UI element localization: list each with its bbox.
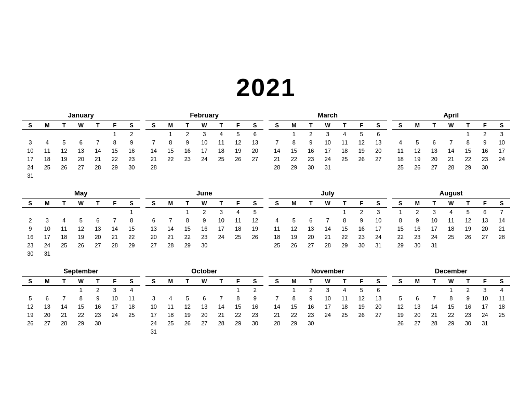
day-cell: 21 xyxy=(213,311,230,319)
day-cell: 12 xyxy=(460,216,477,225)
day-cell: 13 xyxy=(196,302,213,311)
day-header: S xyxy=(370,277,387,286)
week-row: 123 xyxy=(269,208,387,217)
week-row: 23242526272829 xyxy=(22,241,140,249)
day-cell: 13 xyxy=(89,225,107,233)
day-header: S xyxy=(145,121,163,130)
day-cell: 24 xyxy=(196,155,213,163)
day-cell: 5 xyxy=(353,130,370,139)
day-cell: 9 xyxy=(89,294,107,302)
month-name: February xyxy=(145,111,264,119)
week-row: 9101112131415 xyxy=(22,225,140,233)
day-cell: 12 xyxy=(230,138,247,147)
day-cell: 25 xyxy=(230,233,247,241)
day-cell: 22 xyxy=(73,311,90,319)
day-cell: 24 xyxy=(107,311,124,319)
day-cell: 22 xyxy=(336,233,353,241)
day-header: S xyxy=(145,199,163,208)
day-cell: 18 xyxy=(494,302,511,311)
day-cell xyxy=(162,208,179,217)
week-row: 16171819202122 xyxy=(22,233,140,241)
day-cell: 11 xyxy=(39,147,56,155)
day-cell: 7 xyxy=(443,138,460,147)
month-name: April xyxy=(392,111,511,119)
day-cell: 3 xyxy=(320,286,337,295)
day-cell: 4 xyxy=(269,216,286,225)
day-cell: 21 xyxy=(269,311,286,319)
day-cell xyxy=(39,208,56,217)
day-cell: 7 xyxy=(426,294,443,302)
day-cell: 30 xyxy=(22,249,39,258)
day-cell: 13 xyxy=(370,138,387,147)
day-cell: 10 xyxy=(370,216,387,225)
week-row: 282930 xyxy=(269,319,387,327)
day-cell: 5 xyxy=(56,138,73,147)
day-cell: 23 xyxy=(179,155,196,163)
day-cell: 20 xyxy=(73,155,90,163)
day-cell: 23 xyxy=(302,155,320,163)
day-header: S xyxy=(22,199,39,208)
day-cell: 31 xyxy=(320,163,337,171)
week-row: 252627282930 xyxy=(392,163,511,171)
day-cell: 16 xyxy=(247,302,264,311)
day-header: W xyxy=(196,199,213,208)
day-cell xyxy=(73,208,90,217)
day-cell: 23 xyxy=(196,233,213,241)
day-cell: 19 xyxy=(392,311,409,319)
month-table: SMTWTFS123456789101112131415161718192021… xyxy=(145,121,264,171)
day-cell: 5 xyxy=(460,208,477,217)
day-header: F xyxy=(107,199,124,208)
day-cell xyxy=(370,163,387,171)
day-cell: 22 xyxy=(230,311,247,319)
day-header: T xyxy=(179,199,196,208)
day-cell: 4 xyxy=(230,208,247,217)
day-cell: 10 xyxy=(494,138,511,147)
month-name: January xyxy=(22,111,140,119)
day-cell: 9 xyxy=(353,216,370,225)
day-cell: 14 xyxy=(269,147,286,155)
day-cell: 15 xyxy=(286,302,303,311)
day-header: S xyxy=(22,277,39,286)
day-cell: 12 xyxy=(73,225,90,233)
day-cell: 1 xyxy=(460,130,477,139)
day-cell: 23 xyxy=(247,311,264,319)
day-cell: 28 xyxy=(162,241,179,249)
day-cell: 5 xyxy=(179,294,196,302)
day-cell: 6 xyxy=(370,286,387,295)
day-cell: 30 xyxy=(89,319,107,327)
day-cell: 21 xyxy=(56,311,73,319)
day-cell xyxy=(336,319,353,327)
week-row: 123456 xyxy=(269,130,387,139)
day-cell xyxy=(179,286,196,295)
day-cell: 19 xyxy=(247,225,264,233)
day-cell: 20 xyxy=(370,302,387,311)
day-cell: 7 xyxy=(320,216,337,225)
day-cell: 6 xyxy=(39,294,56,302)
week-row: 45678910 xyxy=(392,138,511,147)
day-cell: 8 xyxy=(286,294,303,302)
day-header: S xyxy=(123,121,140,130)
day-header: M xyxy=(162,199,179,208)
day-cell: 10 xyxy=(320,294,337,302)
month-name: May xyxy=(22,189,140,197)
day-cell: 1 xyxy=(286,286,303,295)
day-cell: 12 xyxy=(353,294,370,302)
day-cell: 17 xyxy=(476,302,494,311)
day-header: W xyxy=(320,277,337,286)
day-cell: 14 xyxy=(145,147,163,155)
month-block-august: AugustSMTWTFS123456789101112131415161718… xyxy=(392,189,511,258)
week-row: 24252627282930 xyxy=(145,319,264,327)
day-cell: 10 xyxy=(39,225,56,233)
day-cell: 23 xyxy=(123,155,140,163)
day-cell: 17 xyxy=(426,225,443,233)
day-cell: 12 xyxy=(409,147,426,155)
week-row: 12345 xyxy=(145,208,264,217)
day-cell: 29 xyxy=(460,163,477,171)
day-cell: 3 xyxy=(107,286,124,295)
day-cell: 10 xyxy=(145,302,163,311)
day-cell xyxy=(123,171,140,180)
months-grid: JanuarySMTWTFS12345678910111213141516171… xyxy=(22,111,510,336)
day-header: F xyxy=(476,277,494,286)
month-name: August xyxy=(392,189,511,197)
day-cell xyxy=(247,163,264,171)
